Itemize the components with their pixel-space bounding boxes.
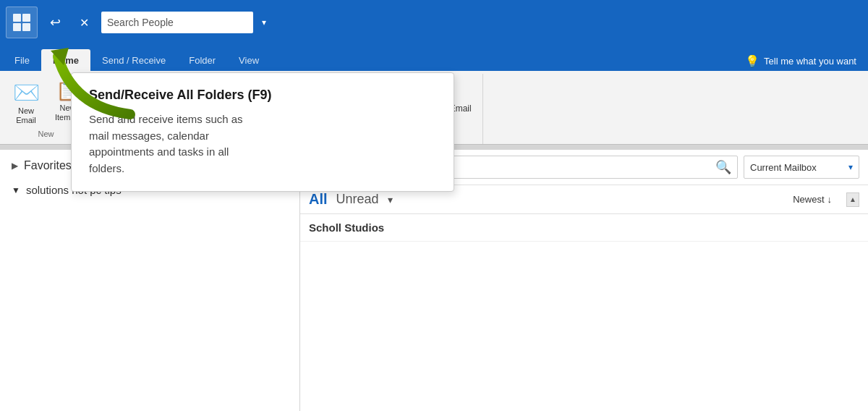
- scroll-controls: ▲: [846, 192, 859, 207]
- search-icon: 🔍: [715, 159, 731, 175]
- mail-item[interactable]: Scholl Studios: [300, 214, 868, 242]
- favorites-expand-arrow[interactable]: ▶: [12, 161, 18, 171]
- sort-direction-icon: ↓: [827, 194, 833, 205]
- new-email-button[interactable]: ✉️ NewEmail: [6, 77, 46, 128]
- svg-rect-2: [13, 23, 21, 31]
- tell-me-box[interactable]: 💡 Tell me what you want: [736, 51, 865, 71]
- svg-rect-1: [22, 14, 30, 22]
- tab-home[interactable]: Home: [41, 49, 90, 71]
- favorites-label: Favorites: [24, 159, 72, 172]
- filter-unread-button[interactable]: Unread: [336, 192, 379, 207]
- close-button[interactable]: ✕: [72, 11, 95, 34]
- tell-me-text: Tell me what you want: [764, 56, 856, 67]
- search-dropdown-arrow[interactable]: ▾: [262, 17, 266, 27]
- new-email-icon: ✉️: [13, 80, 40, 105]
- mailbox-dropdown-arrow: ▾: [848, 162, 853, 172]
- tab-file[interactable]: File: [3, 49, 41, 71]
- favorites-title: ▶ Favorites: [12, 159, 72, 172]
- new-email-label: NewEmail: [16, 106, 36, 125]
- folder-expand-arrow: ▼: [12, 185, 20, 195]
- mailbox-label: Current Mailbox: [750, 162, 844, 173]
- filter-all-button[interactable]: All: [309, 191, 328, 208]
- svg-rect-3: [22, 23, 30, 31]
- tab-folder[interactable]: Folder: [177, 49, 227, 71]
- svg-rect-0: [13, 14, 21, 22]
- tooltip-body: Send and receive items such as mail mess…: [89, 111, 436, 177]
- scroll-up-button[interactable]: ▲: [846, 192, 859, 207]
- search-people-input[interactable]: Search People: [101, 12, 253, 33]
- sort-label: Newest: [793, 194, 824, 205]
- ribbon-tabs: File Home Send / Receive Folder View 💡 T…: [0, 45, 868, 71]
- mail-sender: Scholl Studios: [309, 221, 859, 234]
- tooltip-title: Send/Receive All Folders (F9): [89, 88, 436, 103]
- tab-view[interactable]: View: [227, 49, 271, 71]
- title-bar: ↩ ✕ Search People ▾: [0, 0, 868, 45]
- undo-button[interactable]: ↩: [43, 11, 67, 34]
- mailbox-dropdown[interactable]: Current Mailbox ▾: [744, 156, 859, 179]
- tab-send-receive[interactable]: Send / Receive: [90, 49, 177, 71]
- app-icon[interactable]: [6, 7, 38, 38]
- filter-dropdown-arrow[interactable]: ▾: [388, 194, 393, 206]
- sort-newest[interactable]: Newest ↓: [793, 194, 832, 205]
- search-people-text: Search People: [107, 17, 174, 28]
- tooltip-popup: Send/Receive All Folders (F9) Send and r…: [71, 72, 454, 192]
